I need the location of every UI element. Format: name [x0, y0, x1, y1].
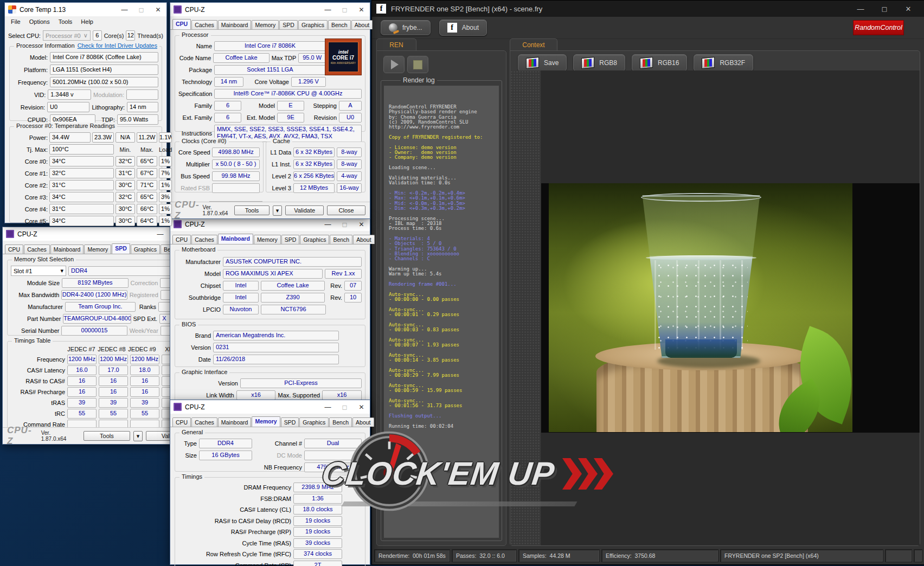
- about-button[interactable]: f About: [439, 20, 487, 36]
- minimize-icon[interactable]: —: [152, 227, 169, 241]
- cpuz-tab[interactable]: About: [353, 235, 374, 244]
- menu-help[interactable]: Help: [76, 17, 98, 27]
- minimize-icon[interactable]: —: [319, 217, 336, 231]
- close-icon[interactable]: ✕: [353, 217, 370, 231]
- tools-dropdown-icon[interactable]: ▾: [133, 431, 143, 441]
- close-icon[interactable]: ✕: [150, 3, 166, 16]
- frybench-button[interactable]: frybe...: [381, 20, 431, 35]
- cpuz-tab[interactable]: SPD: [281, 235, 300, 244]
- cpuz-titlebar[interactable]: CPU-Z — ◻ ✕: [170, 217, 370, 231]
- bios-group: BIOS BrandAmerican Megatrends Inc. Versi…: [175, 325, 365, 367]
- spd-row-right-label: Registered: [130, 292, 158, 298]
- mem-type-label: Type: [178, 440, 197, 447]
- cpuz-tab[interactable]: SPD: [279, 20, 298, 29]
- cpuz-tab[interactable]: Caches: [191, 235, 217, 244]
- cpuz-tab[interactable]: About: [351, 20, 373, 29]
- power-value: 1.1W: [159, 132, 172, 143]
- cpuz-tab[interactable]: SPD: [281, 417, 299, 427]
- package-label: Package: [178, 67, 212, 73]
- save-format-button[interactable]: RGB32F: [694, 54, 753, 72]
- tab-context[interactable]: Context: [510, 38, 557, 51]
- minimize-icon[interactable]: —: [319, 400, 336, 414]
- nb-frequency-label: NB Frequency: [253, 464, 302, 471]
- cpuz-tab[interactable]: Caches: [191, 417, 217, 427]
- max-supported-label: Max. Supported: [278, 392, 320, 398]
- processor-information-group: Processor Information Check for Intel Dr…: [9, 46, 162, 121]
- minimize-icon[interactable]: —: [116, 3, 133, 16]
- cpuz-tab[interactable]: Graphics: [300, 235, 329, 244]
- core-label: Core #4:: [13, 206, 48, 213]
- cpuz-tab[interactable]: Mainboard: [218, 20, 252, 29]
- spd-row-right-label: Ranks: [138, 304, 156, 310]
- cpuz-tab[interactable]: Bench: [330, 235, 352, 244]
- rgb-icon: [581, 57, 594, 69]
- maximize-icon[interactable]: ◻: [133, 3, 150, 16]
- maximize-icon[interactable]: ◻: [872, 5, 896, 13]
- save-format-button[interactable]: Save: [518, 54, 567, 72]
- tools-button[interactable]: Tools: [84, 431, 130, 441]
- cpuz-tab[interactable]: Graphics: [131, 245, 160, 254]
- cpuz-tab[interactable]: Mainboard: [218, 234, 253, 244]
- tools-dropdown-icon[interactable]: ▾: [273, 205, 283, 216]
- cpuz-tab[interactable]: SPD: [112, 243, 130, 254]
- save-format-button[interactable]: RGB16: [632, 54, 687, 72]
- close-icon[interactable]: ✕: [353, 3, 370, 16]
- log-line: - 00:00:07 - 1.93 passes: [389, 343, 494, 348]
- globe-icon: [389, 23, 397, 32]
- spd-timings-row: Frequency 1200 MHz 1200 MHz 1200 MHz 239…: [11, 355, 194, 364]
- log-line: Validation time: 0.0s: [389, 181, 494, 185]
- temperature-readings-title: Processor #0: Temperature Readings: [14, 123, 117, 129]
- timing-jedec7: 39: [67, 398, 97, 408]
- core-temp-row: Core #0: 34°C 32°C 65°C 1%: [13, 156, 158, 166]
- menu-options[interactable]: Options: [25, 17, 54, 27]
- render-stop-button[interactable]: [407, 56, 428, 73]
- cpuz-tab[interactable]: Memory: [84, 245, 111, 254]
- lpcio-label: LPCIO: [178, 306, 221, 313]
- fryrender-titlebar[interactable]: f FRYRENDER one SP2 [Bench] (x64) - scen…: [372, 1, 924, 17]
- cpuz-tab[interactable]: CPU: [172, 19, 191, 29]
- cpuz-tab[interactable]: Bench: [328, 20, 351, 29]
- minimize-icon[interactable]: —: [319, 3, 336, 16]
- cpuz-tab[interactable]: Graphics: [298, 20, 328, 29]
- maximize-icon[interactable]: ◻: [336, 400, 353, 414]
- cpuz-tab[interactable]: Memory: [252, 20, 279, 29]
- intel-driver-updates-link[interactable]: Check for Intel Driver Updates: [75, 42, 159, 49]
- cpuz-titlebar[interactable]: CPU-Z — ◻ ✕: [170, 400, 370, 414]
- multiplier-label: Multiplier: [178, 161, 210, 168]
- save-format-button[interactable]: RGB8: [573, 54, 625, 72]
- coretemp-titlebar[interactable]: Core Temp 1.13 — ◻ ✕: [5, 3, 166, 16]
- render-play-button[interactable]: [383, 56, 405, 73]
- spd-row-label: Serial Number: [11, 327, 59, 334]
- cpu-select-dropdown[interactable]: Processor #0∨: [43, 30, 91, 41]
- core-label: Core #2:: [13, 182, 48, 189]
- cpuz-tab[interactable]: CPU: [172, 417, 191, 427]
- chipset-label: Chipset: [178, 282, 221, 289]
- cpuz-tab[interactable]: Caches: [24, 245, 50, 254]
- spd-info-row: Max Bandwidth DDR4-2400 (1200 MHz) Regis…: [11, 290, 194, 300]
- cpuz-tab[interactable]: CPU: [5, 245, 23, 254]
- cpuz-tab[interactable]: Mainboard: [218, 417, 252, 427]
- close-button[interactable]: Close: [327, 205, 365, 215]
- cpuz-tab[interactable]: Mainboard: [50, 245, 84, 254]
- close-icon[interactable]: ✕: [896, 5, 920, 13]
- minimize-icon[interactable]: —: [849, 5, 872, 13]
- close-icon[interactable]: ✕: [353, 400, 370, 414]
- timing-jedec7: 16: [67, 376, 97, 386]
- menu-tools[interactable]: Tools: [54, 17, 77, 27]
- tab-ren[interactable]: REN: [376, 38, 416, 51]
- jedec8-header: JEDEC #8: [98, 346, 126, 352]
- maximize-icon[interactable]: ◻: [336, 217, 353, 231]
- tools-button[interactable]: Tools: [234, 205, 269, 215]
- slot-select-dropdown[interactable]: Slot #1▾: [11, 266, 66, 276]
- cpuz-logo: CPU-Z: [175, 200, 200, 221]
- validate-button[interactable]: Validate: [285, 205, 324, 215]
- cpuz-tab[interactable]: Memory: [252, 416, 280, 427]
- cpuz-tab[interactable]: Memory: [254, 235, 281, 244]
- maximize-icon[interactable]: ◻: [336, 3, 353, 16]
- cpuz-titlebar[interactable]: CPU-Z — ◻ ✕: [170, 3, 370, 16]
- extmodel-value: 9E: [277, 113, 304, 123]
- cpuz-tab[interactable]: CPU: [172, 235, 191, 244]
- cpuz-footer: CPU-Z Ver. 1.87.0.x64 Tools ▾ Validate C…: [170, 202, 370, 218]
- menu-file[interactable]: File: [7, 17, 25, 27]
- cpuz-tab[interactable]: Caches: [191, 20, 217, 29]
